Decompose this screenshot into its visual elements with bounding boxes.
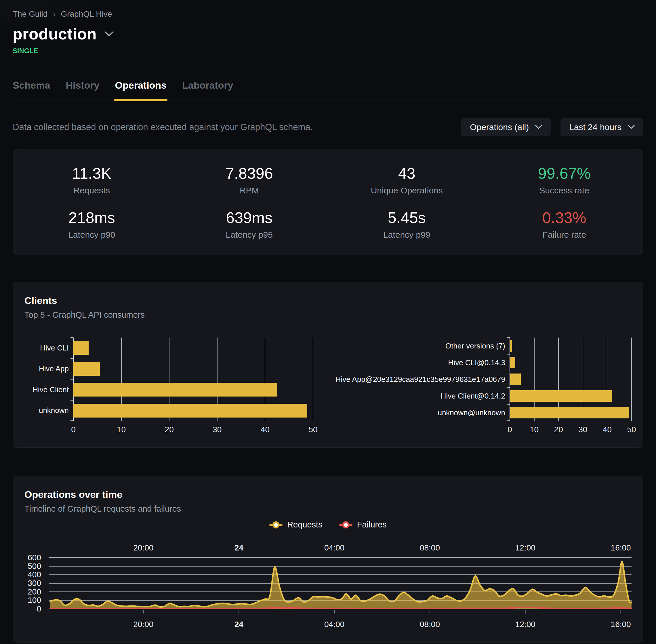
page: The Guild › GraphQL Hive production SING…: [0, 0, 656, 643]
bar[interactable]: [510, 340, 512, 352]
timeline-legend: Requests Failures: [24, 520, 632, 529]
timeline-y-axis: 0100200300400500600: [24, 555, 41, 616]
bar-label: Hive App@20e3129caa921c35e9979631e17a067…: [343, 371, 510, 388]
y-axis-label: 400: [28, 570, 41, 579]
axis-tick-label: 0: [508, 425, 512, 434]
stat-unique-operations: 43Unique Operations: [328, 164, 486, 196]
tab-schema[interactable]: Schema: [13, 80, 50, 100]
bar-label: Hive Client@0.14.2: [343, 388, 510, 404]
bar-row: [73, 379, 313, 400]
axis-tick-label: 10: [117, 425, 126, 434]
bar[interactable]: [510, 373, 521, 385]
clients-card-subtitle: Top 5 - GraphQL API consumers: [24, 310, 632, 320]
axis-tick-label: 40: [603, 425, 612, 434]
requests-marker-icon: [269, 521, 283, 529]
clients-card: Clients Top 5 - GraphQL API consumers Hi…: [13, 282, 643, 448]
x-axis-label: 04:00: [324, 620, 344, 629]
single-badge: SINGLE: [13, 47, 643, 55]
clients-card-title: Clients: [24, 295, 632, 306]
bar-chart-body: Other versions (7)Hive CLI@0.14.3Hive Ap…: [343, 338, 632, 421]
x-axis-label: 08:00: [420, 620, 440, 629]
header: The Guild › GraphQL Hive production SING…: [13, 0, 643, 100]
bar-row: [510, 404, 632, 421]
bar[interactable]: [510, 407, 629, 418]
breadcrumb-org[interactable]: The Guild: [13, 9, 47, 19]
bar-chart-axis-row: 01020304050: [24, 421, 313, 435]
stats-card: 11.3KRequests 7.8396RPM 43Unique Operati…: [13, 149, 643, 255]
tab-history[interactable]: History: [66, 80, 99, 100]
stat-rpm: 7.8396RPM: [171, 164, 328, 196]
timeline-svg: [49, 555, 632, 616]
bar[interactable]: [73, 383, 277, 396]
clients-bar-chart[interactable]: Hive CLIHive AppHive Clientunknown010203…: [24, 338, 313, 435]
stat-latency-p90: 218msLatency p90: [13, 209, 171, 240]
clients-charts: Hive CLIHive AppHive Clientunknown010203…: [24, 338, 632, 435]
x-axis-label: 20:00: [133, 543, 154, 552]
legend-item-failures[interactable]: Failures: [339, 520, 387, 529]
x-axis-label: 12:00: [515, 543, 535, 552]
bar-label: Other versions (7): [343, 338, 510, 354]
bar-row: [510, 354, 632, 371]
y-axis-label: 200: [28, 587, 41, 597]
tab-operations[interactable]: Operations: [115, 80, 167, 100]
legend-item-requests[interactable]: Requests: [269, 520, 323, 529]
x-axis-label: 08:00: [420, 543, 440, 552]
failures-marker-icon: [339, 521, 352, 529]
axis-tick-label: 50: [308, 425, 318, 434]
bar[interactable]: [510, 357, 515, 368]
chevron-down-icon: [535, 125, 542, 129]
x-axis-label: 12:00: [515, 620, 535, 629]
bar-chart-axis-row: 01020304050: [343, 421, 632, 435]
axis-spacer: [343, 421, 510, 435]
stat-latency-p99: 5.45sLatency p99: [328, 209, 486, 240]
chevron-right-icon: ›: [53, 9, 55, 19]
x-axis: 01020304050: [510, 421, 632, 435]
requests-area: [50, 561, 632, 609]
filter-row: Data collected based on operation execut…: [13, 118, 643, 136]
stat-failure-rate: 0.33%Failure rate: [486, 209, 643, 240]
x-axis-label: 24: [234, 543, 243, 552]
x-axis-label: 04:00: [324, 543, 344, 552]
y-axis-label: 0: [37, 604, 41, 614]
bar-label: unknown: [24, 400, 73, 421]
bar-chart-labels: Other versions (7)Hive CLI@0.14.3Hive Ap…: [343, 338, 510, 421]
bar-chart-plot: [73, 338, 313, 421]
breadcrumb-project[interactable]: GraphQL Hive: [61, 9, 112, 19]
period-filter-value: Last 24 hours: [569, 122, 622, 132]
bar[interactable]: [510, 390, 612, 402]
bar[interactable]: [73, 362, 100, 376]
bar-label: Hive CLI@0.14.3: [343, 354, 510, 371]
bar-label: Hive App: [24, 359, 73, 380]
x-axis: 01020304050: [73, 421, 313, 435]
bar-chart-body: Hive CLIHive AppHive Clientunknown: [24, 338, 313, 421]
y-axis-label: 600: [28, 553, 41, 562]
bar-label: Hive CLI: [24, 338, 73, 359]
bar-label: unknown@unknown: [343, 404, 510, 421]
tab-laboratory[interactable]: Laboratory: [182, 80, 233, 100]
period-filter-select[interactable]: Last 24 hours: [561, 118, 643, 136]
axis-tick-label: 10: [530, 425, 539, 434]
legend-failures-label: Failures: [357, 520, 387, 529]
y-axis-label: 100: [28, 596, 41, 605]
client-versions-bar-chart[interactable]: Other versions (7)Hive CLI@0.14.3Hive Ap…: [343, 338, 632, 435]
bar[interactable]: [73, 341, 89, 355]
axis-tick-label: 50: [627, 425, 636, 434]
bar-row: [73, 338, 313, 359]
breadcrumb: The Guild › GraphQL Hive: [13, 0, 643, 19]
operations-filter-select[interactable]: Operations (all): [461, 118, 551, 136]
bar-chart-plot: [510, 338, 632, 421]
axis-spacer: [24, 421, 73, 435]
x-axis-label: 20:00: [133, 620, 154, 629]
timeline-plot[interactable]: 0100200300400500600: [49, 555, 632, 616]
stat-success-rate: 99.67%Success rate: [486, 164, 643, 196]
axis-tick-label: 0: [71, 425, 76, 434]
operations-filter-value: Operations (all): [470, 122, 529, 132]
bar-chart-labels: Hive CLIHive AppHive Clientunknown: [24, 338, 73, 421]
x-axis-label: 24: [234, 620, 243, 629]
bar-row: [73, 400, 313, 421]
bar[interactable]: [73, 404, 307, 417]
legend-requests-label: Requests: [287, 520, 323, 529]
title-row: production: [13, 25, 643, 43]
target-selector-button[interactable]: [104, 31, 114, 37]
timeline-x-axis-top: 20:002404:0008:0012:0016:00: [49, 543, 632, 554]
